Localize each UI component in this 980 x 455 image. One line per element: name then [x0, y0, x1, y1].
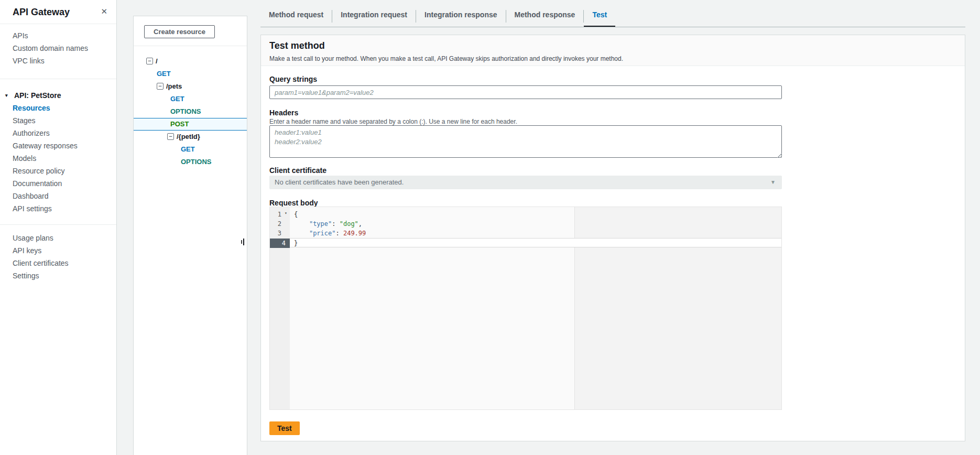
- code-line-4: }: [294, 239, 298, 248]
- tree-node-label: /{petId}: [177, 133, 200, 140]
- resource-tree-panel: Create resource −/ GET −/pets GET OPTION…: [133, 16, 247, 455]
- divider: [0, 79, 116, 79]
- sidebar-item-resource-policy[interactable]: Resource policy: [0, 165, 116, 177]
- sidebar-item-client-certificates[interactable]: Client certificates: [0, 257, 116, 269]
- tree-node-label: /pets: [166, 82, 182, 90]
- client-certificate-label: Client certificate: [269, 166, 326, 175]
- code-line-2: "type": "dog",: [294, 219, 362, 229]
- sidebar-api-group: Resources Stages Authorizers Gateway res…: [0, 102, 116, 215]
- sidebar-item-apis[interactable]: APIs: [0, 29, 116, 42]
- tabs-underline: [260, 27, 965, 27]
- request-body-editor[interactable]: 1 ▾ 2 3 4 { "type": "dog", "price": 249.…: [269, 207, 782, 410]
- method-label-options: OPTIONS: [181, 158, 212, 166]
- client-certificate-value: No client certificates have been generat…: [275, 178, 404, 186]
- create-resource-button[interactable]: Create resource: [144, 25, 215, 38]
- test-button[interactable]: Test: [269, 421, 300, 435]
- client-certificate-select[interactable]: No client certificates have been generat…: [269, 176, 782, 189]
- tab-method-request[interactable]: Method request: [260, 5, 332, 27]
- sidebar-item-stages[interactable]: Stages: [0, 114, 116, 127]
- app-title: API Gateway: [13, 7, 70, 18]
- sidebar-item-custom-domain-names[interactable]: Custom domain names: [0, 42, 116, 55]
- sidebar-top-group: APIs Custom domain names VPC links: [0, 29, 116, 67]
- tab-integration-request[interactable]: Integration request: [332, 5, 416, 27]
- headers-label: Headers: [269, 109, 298, 117]
- headers-help-text: Enter a header name and value separated …: [269, 118, 517, 125]
- tree-node-pets-options[interactable]: OPTIONS: [134, 105, 247, 118]
- sidebar-header: API Gateway ✕: [0, 0, 116, 24]
- tree-node-petid[interactable]: −/{petId}: [134, 131, 247, 143]
- sidebar-item-api-settings[interactable]: API settings: [0, 202, 116, 215]
- method-label-get: GET: [181, 145, 195, 153]
- sidebar-item-api-keys[interactable]: API keys: [0, 244, 116, 257]
- sidebar-item-resources[interactable]: Resources: [0, 102, 116, 114]
- sidebar-item-gateway-responses[interactable]: Gateway responses: [0, 139, 116, 152]
- sidebar-section-label: API: PetStore: [14, 91, 61, 100]
- tree-node-petid-get[interactable]: GET: [134, 143, 247, 156]
- resource-tree: −/ GET −/pets GET OPTIONS POST −/{petId}…: [134, 55, 247, 168]
- method-tabs: Method request Integration request Integ…: [260, 5, 615, 27]
- headers-textarea[interactable]: [269, 125, 782, 158]
- sidebar-item-settings[interactable]: Settings: [0, 269, 116, 282]
- sidebar-item-vpc-links[interactable]: VPC links: [0, 55, 116, 67]
- sidebar-item-models[interactable]: Models: [0, 152, 116, 165]
- gutter-line-3: 3: [270, 229, 286, 238]
- tree-node-root[interactable]: −/: [134, 55, 247, 68]
- tree-node-pets-post-selected[interactable]: POST: [134, 118, 247, 131]
- tree-header: Create resource: [134, 16, 247, 46]
- panel-resize-handle-icon[interactable]: [241, 237, 245, 246]
- editor-print-margin: [574, 207, 781, 409]
- collapse-icon[interactable]: −: [157, 83, 164, 90]
- collapse-icon[interactable]: −: [167, 133, 174, 140]
- tree-node-root-get[interactable]: GET: [134, 68, 247, 80]
- collapse-icon[interactable]: −: [146, 58, 153, 64]
- tab-test[interactable]: Test: [584, 5, 615, 27]
- tree-node-pets[interactable]: −/pets: [134, 80, 247, 93]
- gutter-line-4-active: 4: [270, 239, 290, 248]
- method-label-get: GET: [170, 95, 184, 103]
- query-strings-label: Query strings: [269, 75, 317, 83]
- main-content: Method request Integration request Integ…: [260, 0, 966, 455]
- close-icon[interactable]: ✕: [101, 7, 107, 16]
- gutter-line-1: 1: [270, 210, 286, 219]
- card-header: Test method Make a test call to your met…: [261, 35, 965, 66]
- test-method-card: Test method Make a test call to your met…: [260, 35, 965, 441]
- page-description: Make a test call to your method. When yo…: [269, 55, 623, 62]
- divider: [0, 224, 116, 225]
- gutter-line-2: 2: [270, 219, 286, 229]
- query-strings-input[interactable]: [269, 85, 782, 99]
- chevron-down-icon: ▼: [770, 176, 776, 189]
- tree-node-pets-get[interactable]: GET: [134, 93, 247, 105]
- tree-node-petid-options[interactable]: OPTIONS: [134, 156, 247, 168]
- method-label-options: OPTIONS: [170, 107, 201, 115]
- sidebar: API Gateway ✕ APIs Custom domain names V…: [0, 0, 117, 455]
- chevron-down-icon: ▾: [5, 89, 8, 102]
- sidebar-bottom-group: Usage plans API keys Client certificates…: [0, 232, 116, 282]
- tab-integration-response[interactable]: Integration response: [416, 5, 505, 27]
- sidebar-item-authorizers[interactable]: Authorizers: [0, 127, 116, 139]
- code-line-1: {: [294, 210, 298, 219]
- method-label-get: GET: [157, 70, 171, 78]
- sidebar-item-documentation[interactable]: Documentation: [0, 177, 116, 190]
- request-body-label: Request body: [269, 199, 318, 207]
- sidebar-item-usage-plans[interactable]: Usage plans: [0, 232, 116, 244]
- method-label-post: POST: [170, 120, 189, 128]
- sidebar-section-api-petstore[interactable]: ▾ API: PetStore: [0, 89, 116, 102]
- tree-node-label: /: [156, 57, 158, 65]
- fold-arrow-icon[interactable]: ▾: [285, 211, 287, 215]
- sidebar-item-dashboard[interactable]: Dashboard: [0, 190, 116, 202]
- code-line-3: "price": 249.99: [294, 229, 366, 238]
- page-title: Test method: [269, 40, 325, 51]
- editor-active-line: [290, 238, 781, 247]
- tab-method-response[interactable]: Method response: [506, 5, 584, 27]
